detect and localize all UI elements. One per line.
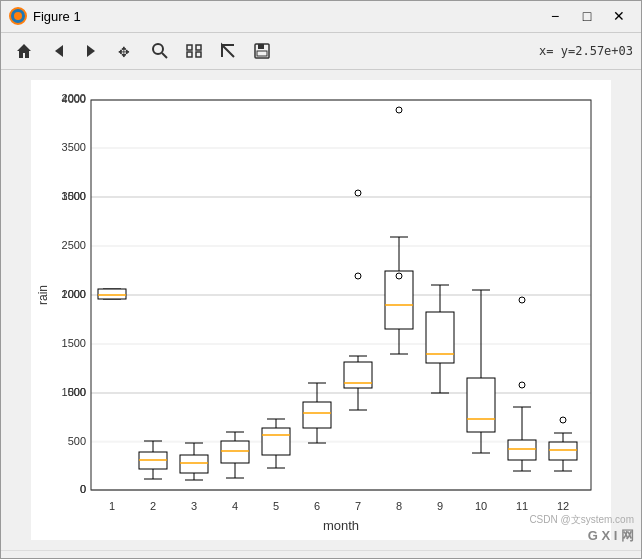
svg-text:1: 1 (109, 500, 115, 512)
svg-rect-104 (385, 271, 413, 329)
minimize-button[interactable]: − (541, 5, 569, 27)
x-axis-label: month (323, 518, 359, 533)
svg-point-1 (14, 12, 22, 20)
save-button[interactable] (247, 37, 277, 65)
main-window: Figure 1 − □ ✕ ✥ (0, 0, 642, 559)
svg-text:6: 6 (314, 500, 320, 512)
svg-rect-11 (196, 52, 201, 57)
svg-text:3000: 3000 (62, 190, 86, 202)
svg-text:2: 2 (150, 500, 156, 512)
svg-text:9: 9 (437, 500, 443, 512)
svg-line-7 (162, 53, 167, 58)
svg-rect-111 (426, 312, 454, 363)
svg-text:11: 11 (516, 500, 528, 512)
svg-rect-116 (467, 378, 495, 432)
edit-button[interactable] (213, 37, 243, 65)
svg-rect-10 (196, 45, 201, 50)
svg-text:1000: 1000 (62, 386, 86, 398)
svg-rect-97 (344, 362, 372, 388)
y-axis-label: rain (36, 285, 50, 305)
home-button[interactable] (9, 37, 39, 65)
back-button[interactable] (43, 37, 73, 65)
plot-area: 0 500 1000 1500 2000 (62, 92, 591, 495)
svg-rect-9 (187, 52, 192, 57)
svg-text:12: 12 (557, 500, 569, 512)
app-icon (9, 7, 27, 25)
forward-button[interactable] (77, 37, 107, 65)
svg-text:4: 4 (232, 500, 238, 512)
svg-rect-8 (187, 45, 192, 50)
svg-text:3: 3 (191, 500, 197, 512)
svg-rect-14 (258, 44, 264, 49)
coords-display: x= y=2.57e+03 (539, 44, 633, 58)
zoom-button[interactable] (145, 37, 175, 65)
svg-marker-2 (17, 44, 31, 58)
svg-text:10: 10 (475, 500, 487, 512)
svg-text:7: 7 (355, 500, 361, 512)
svg-text:5: 5 (273, 500, 279, 512)
svg-text:4000: 4000 (62, 93, 86, 105)
svg-rect-67 (98, 289, 126, 299)
configure-button[interactable] (179, 37, 209, 65)
svg-point-6 (153, 44, 163, 54)
svg-marker-3 (55, 45, 63, 57)
pan-button[interactable]: ✥ (111, 37, 141, 65)
svg-text:2000: 2000 (62, 288, 86, 300)
svg-rect-87 (262, 428, 290, 455)
window-controls: − □ ✕ (541, 5, 633, 27)
close-button[interactable]: ✕ (605, 5, 633, 27)
svg-text:3500: 3500 (62, 141, 86, 153)
window-title: Figure 1 (33, 9, 541, 24)
svg-text:8: 8 (396, 500, 402, 512)
chart-area: 0 500 1000 1500 2000 0 500 1000 1500 200… (1, 70, 641, 550)
toolbar: ✥ (1, 33, 641, 71)
box-month-1 (98, 289, 126, 299)
svg-text:1500: 1500 (62, 337, 86, 349)
svg-rect-92 (303, 402, 331, 428)
title-bar: Figure 1 − □ ✕ (1, 1, 641, 33)
svg-rect-128 (549, 442, 577, 460)
svg-rect-121 (508, 440, 536, 460)
bottom-bar (1, 550, 641, 558)
svg-text:500: 500 (68, 435, 86, 447)
chart-container[interactable]: 0 500 1000 1500 2000 0 500 1000 1500 200… (31, 80, 611, 540)
svg-rect-15 (257, 51, 267, 56)
svg-rect-82 (221, 441, 249, 463)
svg-marker-4 (87, 45, 95, 57)
chart-svg: 0 500 1000 1500 2000 0 500 1000 1500 200… (31, 80, 611, 540)
maximize-button[interactable]: □ (573, 5, 601, 27)
svg-text:2500: 2500 (62, 239, 86, 251)
svg-text:✥: ✥ (118, 44, 130, 60)
svg-text:0: 0 (80, 483, 86, 495)
svg-rect-77 (180, 455, 208, 473)
